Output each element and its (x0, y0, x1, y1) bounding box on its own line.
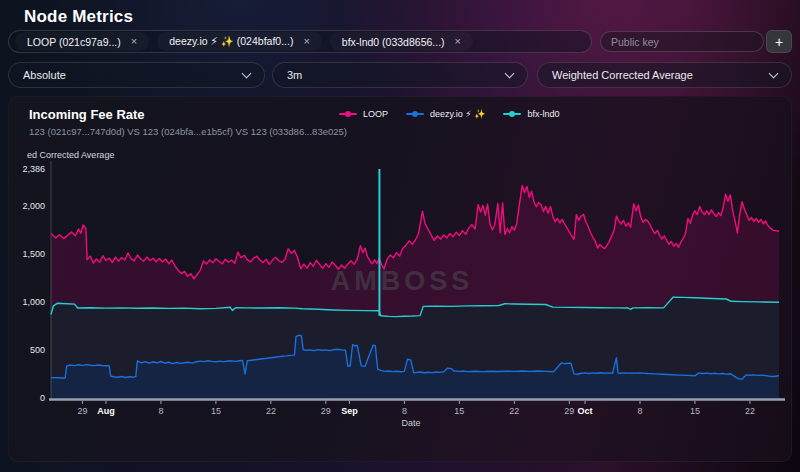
chevron-down-icon (242, 68, 252, 78)
chevron-down-icon (769, 68, 779, 78)
y-tick-label: 0 (40, 393, 45, 403)
x-tick-label: 15 (211, 406, 221, 416)
add-node-button[interactable]: + (766, 30, 792, 53)
node-chip-label: bfx-lnd0 (033d8656...) (342, 36, 445, 48)
x-tick-label: 8 (158, 406, 163, 416)
y-tick-label: 2,386 (22, 164, 45, 174)
x-tick-label: Oct (578, 406, 593, 416)
remove-chip-icon[interactable]: × (131, 36, 137, 47)
x-tick-label: Aug (97, 406, 115, 416)
chevron-down-icon (505, 68, 515, 78)
x-tick-label: 22 (266, 406, 276, 416)
page-title: Node Metrics (24, 7, 133, 27)
fee-rate-chart: AMBOSS05001,0001,5002,0002,38629Aug81522… (9, 97, 792, 462)
metric-mode-select[interactable]: Absolute (8, 62, 265, 88)
x-tick-label: 15 (454, 406, 464, 416)
metric-mode-value: Absolute (23, 69, 66, 81)
x-tick-label: 29 (77, 406, 87, 416)
time-range-value: 3m (287, 69, 302, 81)
remove-chip-icon[interactable]: × (455, 36, 461, 47)
x-tick-label: 29 (564, 406, 574, 416)
y-tick-label: 500 (30, 345, 45, 355)
x-axis-title: Date (401, 418, 420, 428)
node-chip-loop[interactable]: LOOP (021c97a9...) × (15, 32, 149, 51)
chart-panel: Incoming Fee Rate LOOP deezy.io ⚡ ✨ bfx-… (8, 96, 792, 462)
node-chip-label: LOOP (021c97a9...) (27, 36, 121, 48)
x-tick-label: Sep (341, 406, 358, 416)
x-tick-label: 29 (321, 406, 331, 416)
x-tick-label: 22 (509, 406, 519, 416)
x-tick-label: 8 (637, 406, 642, 416)
x-tick-label: 22 (745, 406, 755, 416)
x-tick-label: 8 (402, 406, 407, 416)
node-chip-bfx[interactable]: bfx-lnd0 (033d8656...) × (330, 32, 473, 51)
y-tick-label: 2,000 (22, 201, 45, 211)
public-key-input[interactable] (600, 31, 764, 52)
remove-chip-icon[interactable]: × (303, 36, 309, 47)
amboss-watermark: AMBOSS (331, 266, 474, 296)
time-range-select[interactable]: 3m (272, 62, 528, 88)
node-chip-deezy[interactable]: deezy.io ⚡ ✨ (024bfaf0...) × (157, 32, 322, 51)
y-tick-label: 1,000 (22, 297, 45, 307)
node-chip-label: deezy.io ⚡ ✨ (024bfaf0...) (169, 35, 293, 48)
aggregation-select[interactable]: Weighted Corrected Average (537, 62, 792, 88)
y-tick-label: 1,500 (22, 249, 45, 259)
node-chips-bar: LOOP (021c97a9...) × deezy.io ⚡ ✨ (024bf… (8, 30, 592, 53)
x-tick-label: 15 (690, 406, 700, 416)
aggregation-value: Weighted Corrected Average (552, 69, 693, 81)
